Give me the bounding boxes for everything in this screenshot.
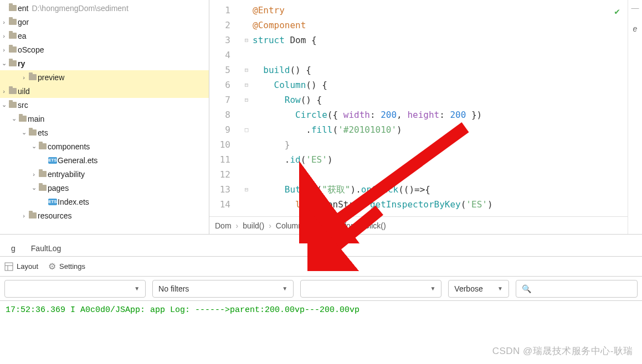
- fold-toggle-icon[interactable]: ⊟: [240, 92, 253, 107]
- tree-item[interactable]: ⌄ry: [0, 56, 209, 70]
- code-line[interactable]: Button("获取").onClick(()=>{: [253, 182, 628, 197]
- fold-toggle-icon[interactable]: ⊟: [240, 33, 253, 48]
- log-output[interactable]: 17:52:36.369 I A0c0d0/JSApp: app Log: --…: [0, 301, 642, 319]
- layout-icon[interactable]: Layout: [4, 262, 38, 271]
- tree-item[interactable]: ›resources: [0, 209, 209, 222]
- tree-item[interactable]: ETSIndex.ets: [0, 195, 209, 209]
- right-tool-strip[interactable]: — e: [628, 0, 642, 234]
- fold-toggle-icon[interactable]: ⊟: [240, 182, 253, 197]
- expand-chevron-icon[interactable]: ›: [0, 33, 8, 39]
- chevron-down-icon: ▼: [134, 285, 140, 292]
- tree-item[interactable]: ⌄main: [0, 112, 209, 126]
- chevron-down-icon: ▼: [497, 285, 503, 292]
- tree-item[interactable]: ⌄ets: [0, 126, 209, 139]
- expand-chevron-icon[interactable]: ›: [20, 74, 28, 81]
- code-line[interactable]: @Entry: [253, 3, 628, 18]
- filter-combo-3[interactable]: ▼: [300, 280, 441, 298]
- breadcrumb-item[interactable]: build(): [243, 221, 264, 230]
- code-line[interactable]: .fill('#20101010'): [253, 122, 628, 137]
- code-line[interactable]: struct Dom {: [253, 33, 628, 48]
- filter-combo-1[interactable]: ▼: [4, 280, 146, 298]
- settings-button[interactable]: ⚙ Settings: [48, 261, 85, 272]
- project-tree[interactable]: ent D:\hongmengDom\sediment›gor›ea›oScop…: [0, 0, 209, 234]
- expand-chevron-icon[interactable]: ›: [0, 46, 8, 53]
- fold-column[interactable]: ⊟⊟⊟⊟□⊟: [240, 1, 253, 216]
- code-line[interactable]: Row() {: [253, 92, 628, 107]
- tree-item-label: ry: [18, 59, 25, 68]
- tree-item[interactable]: ETSGeneral.ets: [0, 153, 209, 167]
- expand-chevron-icon[interactable]: ⌄: [30, 184, 38, 191]
- folder-icon: [29, 74, 37, 80]
- tree-item[interactable]: ›uild: [0, 84, 209, 98]
- tab-g[interactable]: g: [3, 240, 23, 256]
- code-line[interactable]: [253, 167, 628, 182]
- log-search-input[interactable]: 🔍: [516, 280, 638, 298]
- code-line[interactable]: [253, 48, 628, 63]
- fold-toggle-icon[interactable]: ⊟: [240, 77, 253, 92]
- folder-icon: [9, 19, 17, 25]
- tree-item-label: ent: [18, 4, 28, 13]
- tree-item-label: oScope: [18, 45, 44, 54]
- tree-item[interactable]: ›ea: [0, 29, 209, 43]
- svg-rect-0: [5, 263, 13, 271]
- code-line[interactable]: .id('ES'): [253, 152, 628, 167]
- breadcrumb-sep-icon: ›: [236, 221, 239, 230]
- tree-item-label: ea: [18, 32, 27, 40]
- folder-icon: [39, 171, 47, 177]
- fold-toggle-icon[interactable]: ⊟: [240, 63, 253, 77]
- tree-item-label: uild: [18, 87, 30, 96]
- fold-toggle-icon: [240, 152, 253, 167]
- folder-icon: [29, 129, 37, 136]
- expand-chevron-icon[interactable]: ⌄: [20, 129, 28, 136]
- tree-item[interactable]: ›entryability: [0, 167, 209, 181]
- ets-file-icon: ETS: [48, 157, 57, 164]
- tree-item[interactable]: ⌄src: [0, 98, 209, 112]
- folder-icon: [9, 33, 17, 39]
- log-line: 17:52:36.369 I A0c0d0/JSApp: app Log: --…: [6, 305, 636, 315]
- expand-chevron-icon[interactable]: ⌄: [10, 115, 18, 122]
- breadcrumb-item[interactable]: Dom: [215, 221, 232, 230]
- folder-icon: [9, 60, 17, 66]
- expand-chevron-icon[interactable]: ›: [30, 171, 38, 178]
- expand-chevron-icon[interactable]: ⌄: [0, 60, 8, 67]
- tree-item-label: gor: [18, 18, 29, 27]
- code-line[interactable]: Column() {: [253, 77, 628, 92]
- loglevel-combo[interactable]: Verbose▼: [448, 280, 509, 298]
- fold-toggle-icon: [240, 197, 253, 212]
- expand-chevron-icon[interactable]: ›: [0, 19, 8, 25]
- code-line[interactable]: build() {: [253, 63, 628, 77]
- breadcrumb-item[interactable]: callback for onClick(): [314, 221, 386, 230]
- gear-icon: ⚙: [48, 261, 56, 272]
- tree-item-label: pages: [48, 184, 69, 193]
- tree-item[interactable]: ⌄components: [0, 139, 209, 153]
- layout-svg-icon: [4, 262, 13, 271]
- tree-item-label: src: [18, 101, 28, 110]
- filter-combo-2[interactable]: No filters▼: [152, 280, 294, 298]
- tree-item[interactable]: ›gor: [0, 15, 209, 29]
- minimize-icon[interactable]: —: [631, 3, 639, 12]
- fold-toggle-icon: [240, 3, 253, 18]
- tree-item[interactable]: ›preview: [0, 70, 209, 84]
- tree-item-label: Index.ets: [58, 197, 89, 206]
- fold-toggle-icon[interactable]: □: [240, 122, 253, 137]
- expand-chevron-icon[interactable]: ›: [20, 212, 28, 219]
- code-line[interactable]: @Component: [253, 18, 628, 33]
- search-field[interactable]: [535, 284, 631, 293]
- expand-chevron-icon[interactable]: ›: [0, 88, 8, 95]
- tree-item[interactable]: ›oScope: [0, 43, 209, 56]
- code-editor[interactable]: @Entry@Componentstruct Dom { build() { C…: [253, 1, 628, 216]
- code-line[interactable]: let jsonStr = getInspectorByKey('ES'): [253, 197, 628, 212]
- code-line[interactable]: Circle({ width: 200, height: 200 }): [253, 107, 628, 122]
- expand-chevron-icon[interactable]: ⌄: [0, 101, 8, 108]
- code-line[interactable]: }: [253, 137, 628, 152]
- line-gutter: 1234567891011121314: [209, 1, 240, 216]
- tree-item[interactable]: ⌄pages: [0, 181, 209, 195]
- tab-faultlog[interactable]: FaultLog: [23, 240, 69, 256]
- folder-icon: [39, 185, 47, 191]
- tree-item[interactable]: ent D:\hongmengDom\sediment: [0, 1, 209, 15]
- folder-icon: [9, 88, 17, 94]
- breadcrumb-item[interactable]: Column: [276, 221, 302, 230]
- chevron-down-icon: ▼: [430, 285, 435, 292]
- expand-chevron-icon[interactable]: ⌄: [30, 143, 38, 150]
- breadcrumb[interactable]: Dom›build()›Column›callback for onClick(…: [209, 216, 628, 234]
